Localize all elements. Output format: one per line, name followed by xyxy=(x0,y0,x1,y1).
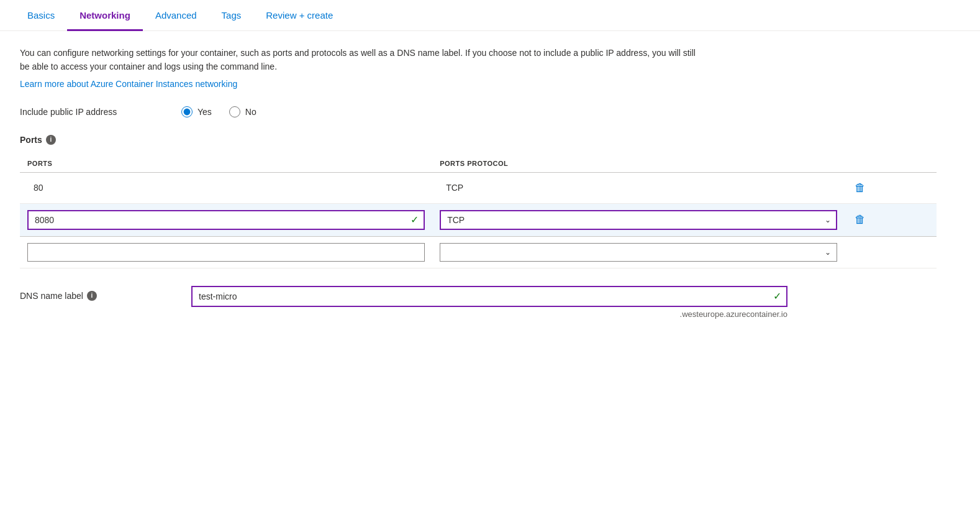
protocol-value-1: TCP xyxy=(440,179,470,196)
table-row: ✓ TCP UDP ⌄ 🗑 xyxy=(20,203,937,236)
public-ip-label: Include public IP address xyxy=(20,107,181,117)
dns-suffix-text: .westeurope.azurecontainer.io xyxy=(191,309,787,319)
main-content: You can configure networking settings fo… xyxy=(0,31,956,334)
description-text: You can configure networking settings fo… xyxy=(20,46,703,74)
dns-label: DNS name label i xyxy=(20,286,181,301)
dns-check-icon: ✓ xyxy=(773,290,781,302)
col-ports-header: PORTS xyxy=(20,155,432,173)
protocol-cell-1: TCP xyxy=(432,172,845,203)
public-ip-no-option[interactable]: No xyxy=(229,106,256,117)
action-cell-1: 🗑 xyxy=(845,172,937,203)
table-row: TCP UDP ⌄ xyxy=(20,236,937,268)
public-ip-yes-label: Yes xyxy=(197,107,212,117)
learn-more-link[interactable]: Learn more about Azure Container Instanc… xyxy=(20,79,237,89)
dns-input-wrapper: ✓ xyxy=(191,286,787,307)
tab-review-create[interactable]: Review + create xyxy=(253,0,345,31)
protocol-select-3[interactable]: TCP UDP xyxy=(440,243,837,262)
port-cell-3 xyxy=(20,236,432,268)
tab-networking[interactable]: Networking xyxy=(67,0,143,31)
public-ip-yes-radio[interactable] xyxy=(181,106,193,117)
port-input-wrapper-2: ✓ xyxy=(27,210,425,230)
protocol-select-wrapper-2: TCP UDP ⌄ xyxy=(440,210,837,230)
port-cell-1: 80 xyxy=(20,172,432,203)
ports-info-icon: i xyxy=(46,135,56,145)
dns-field-row: DNS name label i ✓ .westeurope.azurecont… xyxy=(20,286,937,319)
delete-icon-2: 🗑 xyxy=(855,213,866,226)
public-ip-field-row: Include public IP address Yes No xyxy=(20,106,937,117)
action-cell-3 xyxy=(845,236,937,268)
public-ip-yes-option[interactable]: Yes xyxy=(181,106,212,117)
port-input-3[interactable] xyxy=(27,243,425,262)
public-ip-no-radio[interactable] xyxy=(229,106,240,117)
dns-label-text: DNS name label xyxy=(20,291,83,301)
table-row: 80 TCP 🗑 xyxy=(20,172,937,203)
ports-table-header-row: PORTS PORTS PROTOCOL xyxy=(20,155,937,173)
protocol-cell-3: TCP UDP ⌄ xyxy=(432,236,845,268)
tab-tags[interactable]: Tags xyxy=(209,0,254,31)
port-check-icon-2: ✓ xyxy=(411,214,419,226)
port-value-1: 80 xyxy=(27,179,50,196)
ports-section-title: Ports i xyxy=(20,135,937,145)
protocol-select-2[interactable]: TCP UDP xyxy=(440,210,837,230)
delete-icon-1: 🗑 xyxy=(855,181,866,195)
public-ip-label-text: Include public IP address xyxy=(20,107,117,117)
delete-row-2-button[interactable]: 🗑 xyxy=(852,211,868,229)
port-input-2[interactable] xyxy=(27,210,425,230)
public-ip-no-label: No xyxy=(245,107,256,117)
dns-info-icon: i xyxy=(87,291,97,301)
ports-section: Ports i PORTS PORTS PROTOCOL 80 TCP xyxy=(20,135,937,268)
dns-section: DNS name label i ✓ .westeurope.azurecont… xyxy=(20,286,937,319)
protocol-cell-2: TCP UDP ⌄ xyxy=(432,203,845,236)
action-cell-2: 🗑 xyxy=(845,203,937,236)
col-action-header xyxy=(845,155,937,173)
ports-table: PORTS PORTS PROTOCOL 80 TCP 🗑 xyxy=(20,155,937,268)
tab-bar: Basics Networking Advanced Tags Review +… xyxy=(0,0,980,31)
port-cell-2: ✓ xyxy=(20,203,432,236)
delete-row-1-button[interactable]: 🗑 xyxy=(852,179,868,197)
protocol-select-wrapper-3: TCP UDP ⌄ xyxy=(440,243,837,262)
public-ip-radio-group: Yes No xyxy=(181,106,256,117)
ports-title-text: Ports xyxy=(20,135,42,145)
tab-basics[interactable]: Basics xyxy=(15,0,67,31)
col-protocol-header: PORTS PROTOCOL xyxy=(432,155,845,173)
tab-advanced[interactable]: Advanced xyxy=(143,0,209,31)
dns-input-container: ✓ .westeurope.azurecontainer.io xyxy=(191,286,787,319)
dns-name-input[interactable] xyxy=(191,286,787,307)
